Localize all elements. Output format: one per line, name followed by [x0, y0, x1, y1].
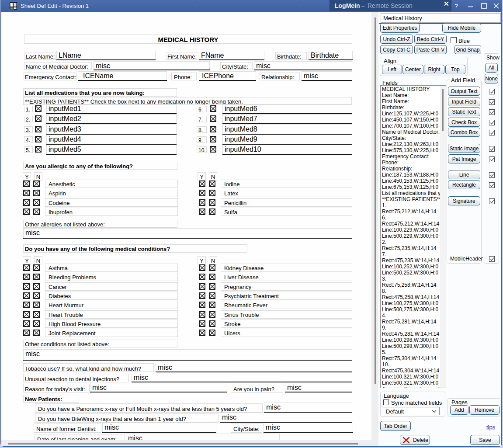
fields-list-item[interactable]: Line:575,130,W:225,H:0 [382, 147, 440, 153]
fields-list-item[interactable]: Line:500,298,W:300,H:0 [382, 343, 440, 349]
show-all-button[interactable]: All [485, 63, 498, 73]
condition-label[interactable]: High Blood Pressure [45, 320, 178, 328]
tips-link[interactable]: tips [486, 424, 495, 431]
other-allergies-label[interactable]: Other allergies not listed above: [23, 220, 177, 228]
condition-no-checkbox[interactable] [33, 264, 40, 271]
first-name-input[interactable]: FName [199, 51, 264, 60]
condition-label[interactable]: Psychiatric Treatment [221, 292, 352, 300]
relationship-input[interactable]: misc [302, 71, 352, 81]
emergency-contact-label[interactable]: Emergency Contact: [24, 73, 76, 80]
doctor-input[interactable]: misc [94, 61, 210, 70]
show-checkbox[interactable] [489, 156, 495, 162]
other-conditions-label[interactable]: Other conditions not listed above: [23, 340, 177, 347]
allergies-header[interactable]: Are you allergic to any of the following… [23, 162, 177, 170]
condition-label[interactable]: Stroke [221, 320, 352, 328]
allergy-label[interactable]: Aspirin [45, 189, 178, 197]
other-allergies-input[interactable]: misc [23, 228, 352, 239]
add-field-button[interactable]: Pat Image [448, 154, 480, 163]
allergy-label[interactable]: Ibuprofen [45, 208, 178, 216]
condition-no-checkbox[interactable] [209, 302, 215, 308]
condition-yes-checkbox[interactable] [199, 264, 205, 271]
fields-list-item[interactable]: Line:500,229,W:300,H:0 [382, 233, 440, 239]
fields-list-item[interactable]: 10. [382, 361, 440, 368]
condition-yes-checkbox[interactable] [23, 283, 30, 290]
condition-yes-checkbox[interactable] [23, 274, 30, 280]
allergy-yes-checkbox[interactable] [23, 199, 30, 206]
former-dentist-input[interactable]: misc [102, 423, 216, 433]
panoramic-input[interactable]: misc [264, 403, 352, 413]
tab-order-button[interactable]: Tab Order [380, 421, 411, 431]
fields-list-item[interactable]: Line:675,153,W:125,H:0 [382, 184, 440, 190]
add-field-button[interactable]: Rectangle [448, 180, 480, 189]
fields-list-item[interactable]: Line:500,252,W:300,H:0 [382, 270, 440, 276]
fields-list-item[interactable]: Rect:75,212,W:14,H:14 [382, 208, 440, 215]
condition-no-checkbox[interactable] [33, 274, 40, 280]
allergy-no-checkbox[interactable] [209, 208, 215, 215]
medication-checkbox[interactable] [35, 105, 42, 112]
allergy-yes-checkbox[interactable] [23, 181, 30, 187]
fields-list-item[interactable]: Line:100,298,W:300,H:0 [382, 337, 440, 343]
condition-yes-checkbox[interactable] [199, 274, 205, 280]
fields-list-item[interactable]: Name of Medical Doctor: [382, 129, 440, 135]
phone-input[interactable]: ICEPhone [199, 71, 256, 81]
condition-no-checkbox[interactable] [209, 320, 215, 327]
medication-checkbox[interactable] [35, 115, 42, 122]
condition-label[interactable]: Rheumatic Fever [221, 301, 352, 309]
fields-list-item[interactable]: Are you allergic to any of the following… [382, 386, 440, 388]
fields-list-item[interactable]: List all medications that you are now ta… [382, 190, 440, 196]
align-right-button[interactable]: Right [424, 65, 444, 74]
condition-no-checkbox[interactable] [33, 283, 40, 290]
fields-list-item[interactable]: 1. [382, 202, 440, 208]
medication-checkbox[interactable] [210, 136, 216, 142]
sheet-vertical-scrollbar-thumb[interactable] [375, 17, 376, 384]
hide-mobile-button[interactable]: Hide Mobile [442, 23, 481, 33]
edit-properties-button[interactable]: Edit Properties [380, 23, 420, 33]
allergy-no-checkbox[interactable] [33, 190, 40, 196]
allergy-yes-checkbox[interactable] [199, 190, 205, 196]
condition-no-checkbox[interactable] [209, 330, 215, 336]
fields-list-item[interactable]: Rect:475,281,W:14,H:14 [382, 331, 440, 337]
fields-list-item[interactable]: Rect:475,235,W:14,H:14 [382, 257, 440, 264]
medication-checkbox[interactable] [210, 105, 216, 112]
medication-input[interactable]: inputMed6 [222, 104, 352, 114]
allergy-yes-checkbox[interactable] [23, 208, 30, 215]
condition-yes-checkbox[interactable] [199, 330, 205, 336]
align-top-button[interactable]: Top [445, 65, 465, 74]
add-field-button[interactable]: Static Text [448, 107, 480, 116]
fields-list-item[interactable]: Emergency Contact: [382, 153, 440, 160]
first-name-label[interactable]: First Name: [166, 52, 198, 60]
condition-no-checkbox[interactable] [33, 302, 40, 308]
fields-list-item[interactable]: Line:100,229,W:300,H:0 [382, 227, 440, 233]
add-field-button[interactable]: Signature [448, 196, 480, 205]
other-conditions-input[interactable]: misc [23, 349, 352, 361]
allergy-label[interactable]: Anesthetic [45, 180, 178, 188]
relationship-label[interactable]: Relationship: [260, 73, 300, 80]
fields-list-item[interactable]: Line:500,275,W:300,H:0 [382, 306, 440, 313]
last-name-label[interactable]: Last Name: [24, 52, 56, 60]
medications-header[interactable]: List all medications that you are now ta… [23, 88, 177, 97]
allergy-label[interactable]: Latex [221, 189, 352, 197]
show-checkbox[interactable] [489, 198, 495, 204]
sheet-canvas[interactable]: MEDICAL HISTORY Last Name: LName First N… [1, 12, 371, 440]
fields-list-item[interactable]: First Name: [382, 98, 440, 104]
conditions-header[interactable]: Do you have any of the following medical… [23, 244, 247, 253]
fields-list-item[interactable]: Phone: [382, 160, 440, 166]
condition-label[interactable]: Liver Disease [221, 273, 352, 281]
condition-no-checkbox[interactable] [209, 274, 215, 280]
fields-list-item[interactable]: Rect:475,212,W:14,H:14 [382, 221, 440, 227]
allergy-label[interactable]: Iodine [221, 180, 352, 188]
condition-no-checkbox[interactable] [209, 264, 215, 271]
sheet-title[interactable]: MEDICAL HISTORY [24, 35, 352, 44]
panoramic-label[interactable]: Do you have a Panoramic x-ray or Full Mo… [35, 403, 263, 413]
doctor-label[interactable]: Name of Medical Doctor: [24, 62, 92, 70]
condition-yes-checkbox[interactable] [199, 302, 205, 308]
allergy-no-checkbox[interactable] [209, 199, 215, 206]
birthdate-label[interactable]: Birthdate: [275, 52, 307, 60]
add-field-button[interactable]: Check Box [448, 118, 480, 127]
add-field-button[interactable]: Combo Box [448, 128, 480, 137]
allergy-yes-checkbox[interactable] [23, 190, 30, 196]
redo-button[interactable]: Redo Ctrl-Y [414, 35, 447, 44]
fields-list-item[interactable]: MEDICAL HISTORY [382, 86, 440, 92]
grid-snap-button[interactable]: Grid Snap [454, 45, 481, 54]
fields-list-item[interactable]: 2. [382, 239, 440, 245]
